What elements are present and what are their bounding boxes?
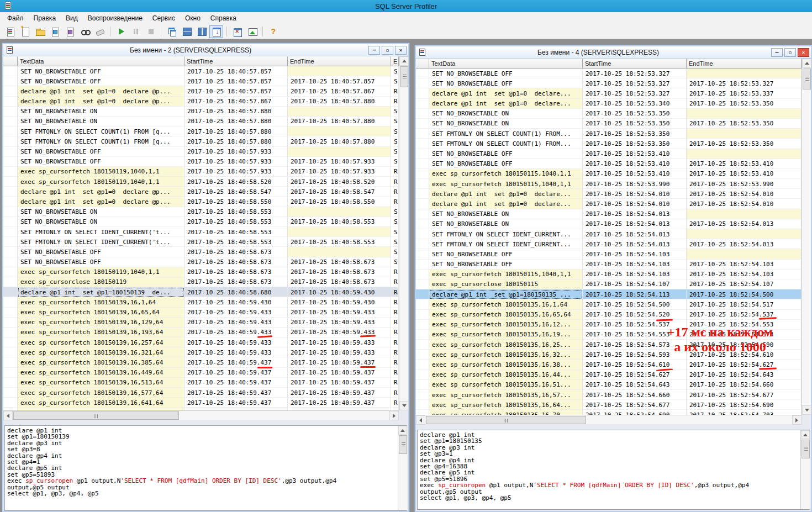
trace-row[interactable]: exec sp_cursorfetch 180150139,16,641,642… bbox=[3, 398, 399, 408]
trace-row[interactable]: exec sp_cursorclose 1801501192017-10-25 … bbox=[3, 277, 399, 287]
play-button[interactable] bbox=[114, 25, 128, 38]
trace-row[interactable]: SET NO_BROWSETABLE ON2017-10-25 18:40:58… bbox=[3, 207, 399, 217]
trace-row[interactable]: SET NO_BROWSETABLE OFF2017-10-25 18:40:5… bbox=[3, 257, 399, 267]
scroll-down-button[interactable] bbox=[399, 401, 409, 410]
column-header-rownum[interactable] bbox=[3, 56, 18, 66]
vertical-scrollbar[interactable] bbox=[399, 56, 408, 410]
trace-row[interactable]: declare @p1 int set @p1=0 declare...2017… bbox=[416, 99, 802, 109]
trace-row[interactable]: exec sp_cursorfetch 180150135,16,70...20… bbox=[416, 410, 802, 415]
trace-row[interactable]: SET NO_BROWSETABLE OFF2017-10-25 18:52:5… bbox=[416, 159, 802, 169]
scrollbar-thumb[interactable] bbox=[803, 68, 811, 89]
trace-row[interactable]: SET NO_BROWSETABLE OFF2017-10-25 18:40:5… bbox=[3, 76, 399, 86]
column-header-eventclass[interactable]: E bbox=[391, 56, 399, 66]
stop-button[interactable] bbox=[144, 25, 157, 38]
trace-row[interactable]: exec sp_cursorfetch 180150139,16,449,642… bbox=[3, 368, 399, 378]
trace-row[interactable]: SET NO_BROWSETABLE OFF2017-10-25 18:52:5… bbox=[416, 260, 802, 270]
trace-row[interactable]: exec sp_cursorfetch 180150139,16,129,642… bbox=[3, 318, 399, 328]
menu-вид[interactable]: Вид bbox=[61, 12, 83, 24]
trace-row[interactable]: SET NO_BROWSETABLE OFF2017-10-25 18:40:5… bbox=[3, 147, 399, 157]
trace-row[interactable]: declare @p1 int set @p1=180150139 de...2… bbox=[3, 287, 399, 297]
trace-row[interactable]: exec sp_cursorfetch 180150119,1040,1,120… bbox=[3, 167, 399, 177]
trace-row[interactable]: SET FMTONLY ON SELECT COUNT(1) FROM [q..… bbox=[3, 136, 399, 146]
trace-row[interactable]: exec sp_cursorfetch 180150135,16,38...20… bbox=[416, 360, 802, 370]
trace-row[interactable]: SET FMTONLY ON SELECT COUNT(1) FROM...20… bbox=[416, 129, 802, 139]
trace-window-2-titlebar[interactable]: Без имени - 2 (SERVER\SQLEXPRESS) – ▫ ✕ bbox=[3, 44, 408, 56]
column-header-endtime[interactable]: EndTime bbox=[687, 59, 802, 68]
scrollbar-thumb[interactable] bbox=[400, 66, 408, 87]
trace-row[interactable]: exec sp_cursorfetch 180150139,16,385,642… bbox=[3, 357, 399, 367]
scrollbar-thumb[interactable] bbox=[13, 411, 179, 420]
trace-window-4-titlebar[interactable]: Без имени - 4 (SERVER\SQLEXPRESS) – ▫ ✕ bbox=[416, 46, 811, 59]
trace-row[interactable]: exec sp_cursorfetch 180150135,16,51...20… bbox=[416, 380, 802, 390]
trace-row[interactable]: declare @p1 int set @p1=0 declare...2017… bbox=[416, 88, 802, 98]
minimize-button[interactable]: – bbox=[368, 46, 380, 55]
trace-row[interactable]: exec sp_cursorfetch 180150115,1040,1,120… bbox=[416, 179, 802, 189]
scroll-right-button[interactable] bbox=[389, 411, 399, 420]
trace-row[interactable]: SET FMTONLY ON SELECT IDENT_CURRENT('t..… bbox=[3, 227, 399, 237]
menu-окно[interactable]: Окно bbox=[180, 12, 205, 24]
trace-row[interactable]: SET FMTONLY ON SELECT COUNT(1) FROM...20… bbox=[416, 139, 802, 149]
trace-row[interactable]: SET NO_BROWSETABLE OFF2017-10-25 18:52:5… bbox=[416, 149, 802, 159]
trace-row[interactable]: SET FMTONLY ON SELECT IDENT_CURRENT...20… bbox=[416, 229, 802, 239]
trace-row[interactable]: exec sp_cursorfetch 180150135,16,57...20… bbox=[416, 390, 802, 400]
properties-button[interactable] bbox=[63, 25, 77, 38]
trace-row[interactable]: SET NO_BROWSETABLE OFF2017-10-25 18:40:5… bbox=[3, 157, 399, 167]
scroll-left-button[interactable] bbox=[3, 411, 13, 420]
scrollbar-thumb[interactable] bbox=[399, 435, 407, 454]
column-header-rownum[interactable] bbox=[416, 59, 429, 68]
trace-row[interactable]: SET NO_BROWSETABLE ON2017-10-25 18:52:53… bbox=[416, 119, 802, 129]
trace-row[interactable]: SET FMTONLY ON SELECT IDENT_CURRENT('t..… bbox=[3, 237, 399, 247]
scroll-up-button[interactable] bbox=[802, 59, 811, 68]
scroll-left-button[interactable] bbox=[416, 415, 425, 425]
save-trace-button[interactable] bbox=[48, 25, 62, 38]
trace-row[interactable]: exec sp_cursorfetch 180150119,1040,1,120… bbox=[3, 177, 399, 187]
menu-правка[interactable]: Правка bbox=[29, 12, 61, 24]
trace-row[interactable]: exec sp_cursorfetch 180150115,1040,1,120… bbox=[416, 270, 802, 279]
horizontal-scrollbar[interactable] bbox=[416, 415, 802, 424]
menu-воспроизведение[interactable]: Воспроизведение bbox=[83, 12, 147, 24]
menu-справка[interactable]: Справка bbox=[205, 12, 241, 24]
help-button[interactable] bbox=[266, 25, 280, 38]
trace-row[interactable]: SET NO_BROWSETABLE OFF2017-10-25 18:52:5… bbox=[416, 249, 802, 259]
close-button[interactable]: ✕ bbox=[798, 48, 809, 57]
trace-row[interactable]: SET NO_BROWSETABLE OFF2017-10-25 18:40:5… bbox=[3, 66, 399, 76]
chart-button[interactable] bbox=[245, 25, 259, 38]
autoscroll-button[interactable] bbox=[209, 25, 223, 38]
trace-row[interactable]: exec sp_cursorfetch 180150139,16,193,642… bbox=[3, 328, 399, 337]
column-header-endtime[interactable]: EndTime bbox=[288, 56, 391, 66]
sql-pane-scrollbar[interactable] bbox=[800, 430, 810, 509]
trace-row[interactable]: SET NO_BROWSETABLE ON2017-10-25 18:52:54… bbox=[416, 209, 802, 219]
options-button[interactable] bbox=[230, 25, 244, 38]
trace-row[interactable]: exec sp_cursorfetch 180150139,16,513,642… bbox=[3, 378, 399, 388]
trace-row[interactable]: exec sp_cursorfetch 180150139,16,1,64201… bbox=[3, 297, 399, 307]
menu-файл[interactable]: Файл bbox=[2, 12, 29, 24]
minimize-button[interactable]: – bbox=[771, 48, 783, 57]
trace-row[interactable]: declare @p1 int set @p1=0 declare...2017… bbox=[416, 199, 802, 209]
scroll-up-button[interactable] bbox=[399, 56, 409, 66]
maximize-button[interactable]: ▫ bbox=[784, 48, 796, 57]
trace-row[interactable]: exec sp_cursorfetch 180150139,16,65,6420… bbox=[3, 308, 399, 318]
trace-row[interactable]: exec sp_cursorfetch 180150119,1040,1,120… bbox=[3, 267, 399, 277]
trace-row[interactable]: declare @p1 int set @p1=0 declare @p...2… bbox=[3, 97, 399, 107]
trace-row[interactable]: exec sp_cursorfetch 180150139,16,257,642… bbox=[3, 337, 399, 347]
trace-row[interactable]: SET NO_BROWSETABLE OFF2017-10-25 18:52:5… bbox=[416, 78, 802, 88]
cascade-button[interactable] bbox=[165, 25, 178, 38]
trace-row[interactable]: SET NO_BROWSETABLE OFF2017-10-25 18:52:5… bbox=[416, 68, 802, 78]
trace-row[interactable]: exec sp_cursorfetch 180150135,16,65,6420… bbox=[416, 310, 802, 320]
column-header-starttime[interactable]: StartTime bbox=[583, 59, 687, 68]
trace-row[interactable]: SET NO_BROWSETABLE ON2017-10-25 18:40:58… bbox=[3, 217, 399, 227]
trace-row[interactable]: SET NO_BROWSETABLE ON2017-10-25 18:40:57… bbox=[3, 107, 399, 117]
new-trace-button[interactable] bbox=[3, 25, 17, 38]
trace-row[interactable]: exec sp_cursorclose 1801501152017-10-25 … bbox=[416, 279, 802, 289]
tile-v-button[interactable] bbox=[194, 25, 208, 38]
trace-row[interactable]: exec sp_cursorfetch 180150135,16,64...20… bbox=[416, 400, 802, 410]
open-trace-button[interactable] bbox=[33, 25, 47, 38]
scrollbar-thumb[interactable] bbox=[426, 416, 586, 424]
close-button[interactable]: ✕ bbox=[395, 46, 407, 55]
trace-row[interactable]: SET NO_BROWSETABLE OFF2017-10-25 18:40:5… bbox=[3, 247, 399, 257]
scroll-up-button[interactable] bbox=[801, 430, 810, 439]
column-header-starttime[interactable]: StartTime bbox=[184, 56, 288, 66]
new-template-button[interactable] bbox=[18, 25, 32, 38]
trace-row[interactable]: SET FMTONLY ON SELECT COUNT(1) FROM [q..… bbox=[3, 126, 399, 136]
horizontal-scrollbar[interactable] bbox=[3, 410, 399, 420]
